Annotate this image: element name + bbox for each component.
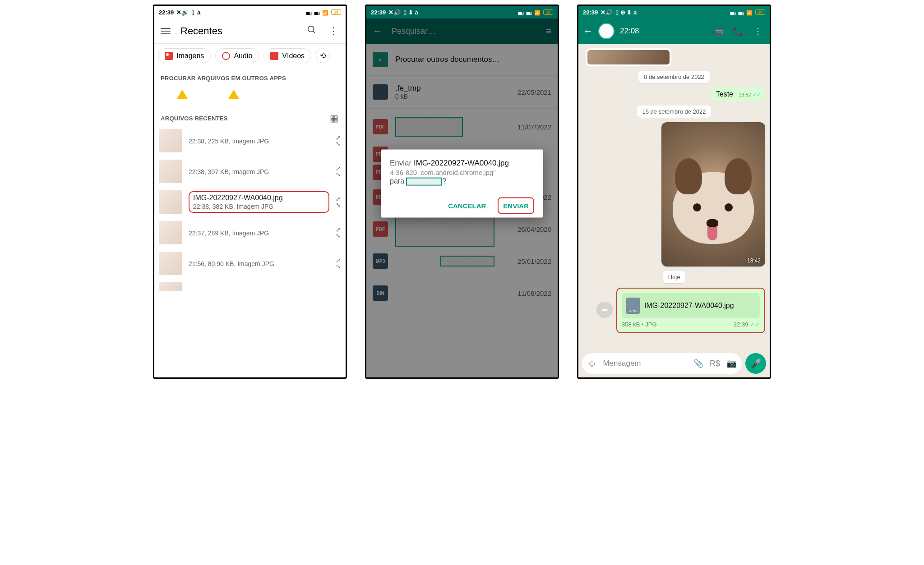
dialog-para: para [390,177,404,185]
status-time: 22:39 [371,9,386,16]
battery-icon: 15 [331,9,341,15]
chat-messages[interactable]: 18:23 8 de setembro de 2022 Teste 13:57✓… [578,44,770,349]
send-confirmation-dialog: Enviar IMG-20220927-WA0040.jpg 4-36-820_… [381,150,543,218]
overflow-menu-icon[interactable]: ⋮ [328,25,339,37]
chip-label: Áudio [234,52,252,60]
outgoing-document-message[interactable]: ➦ JPG IMG-20220927-WA0040.jpg 358 kB • J… [616,288,765,333]
expand-icon[interactable]: ⤢⤡ [336,257,341,269]
file-item[interactable]: 21:56, 80,90 KB, Imagem JPG ⤢⤡ [154,248,346,279]
file-thumbnail [159,252,182,275]
svg-line-1 [313,31,315,33]
incoming-image-message[interactable]: 18:23 [586,48,671,66]
signal-icon [306,9,311,16]
app-icon: ▯ [191,9,194,16]
message-input-bar: ☺ Mensagem 📎 R$ 📷 🎤 [578,349,770,377]
attachment-icon[interactable]: 📎 [693,358,703,368]
signal-icon [518,9,523,16]
file-item[interactable]: 22:37, 289 KB, Imagem JPG ⤢⤡ [154,217,346,248]
jpg-file-icon: JPG [626,298,640,314]
file-meta: 21:56, 80,90 KB, Imagem JPG [189,260,329,267]
search-icon[interactable] [306,25,318,37]
read-ticks-icon: ✓✓ [750,321,760,328]
input-placeholder: Mensagem [603,359,687,368]
image-thumbnail[interactable]: 18:42 [661,122,765,266]
chip-label: Vídeos [282,52,305,60]
chip-label: Imagens [176,52,204,60]
back-arrow-icon[interactable]: ← [583,25,593,37]
chip-images[interactable]: Imagens [158,48,211,63]
date-separator: 15 de setembro de 2022 [637,106,711,118]
video-call-icon[interactable]: 📹 [711,26,725,37]
signal-icon [730,9,735,16]
file-name: IMG-20220927-WA0040.jpg [193,194,325,202]
forward-icon[interactable]: ➦ [596,302,613,318]
wifi-icon [534,9,541,16]
cancel-button[interactable]: CANCELAR [444,198,490,214]
chip-videos[interactable]: Vídeos [263,48,311,63]
message-text: Teste [716,90,733,98]
wifi-icon [746,9,753,16]
dialog-prefix: Enviar [390,159,411,167]
emoji-icon[interactable]: ☺ [587,358,596,369]
contact-avatar[interactable] [598,23,614,39]
file-item[interactable]: 22:38, 225 KB, Imagem JPG ⤢⤡ [154,125,346,156]
file-meta: 22:37, 289 KB, Imagem JPG [189,230,329,237]
chat-app-bar: ← 22:08 📹 📞 ⋮ [578,18,770,44]
page-title: Recentes [180,25,296,37]
read-ticks-icon: ✓✓ [753,92,761,98]
dialog-filename: IMG-20220927-WA0040.jpg [414,159,509,167]
grid-view-toggle-icon[interactable]: ▦ [323,113,346,125]
expand-icon[interactable]: ⤢⤡ [336,165,341,177]
message-input[interactable]: ☺ Mensagem 📎 R$ 📷 [582,353,742,374]
hamburger-menu-icon[interactable] [161,28,171,34]
expand-icon[interactable]: ⤢⤡ [336,196,341,208]
file-item[interactable]: 22:38, 307 KB, Imagem JPG ⤢⤡ [154,156,346,187]
camera-icon[interactable]: 📷 [726,358,736,368]
mute-icon: ✕🔊 [176,9,189,16]
phone-document-picker: 22:39 ✕🔊 ▯ ⬇ a 15 ← Pesquisar… ≡ ≡ Procu… [365,5,559,379]
document-name: IMG-20220927-WA0040.jpg [644,302,734,310]
send-button[interactable]: ENVIAR [498,198,534,214]
voice-call-icon[interactable]: 📞 [731,26,745,37]
file-meta: 22:38, 382 KB, Imagem JPG [193,203,325,210]
battery-icon: 15 [543,9,553,15]
expand-icon[interactable]: ⤢⤡ [336,227,341,239]
voice-message-button[interactable]: 🎤 [745,353,766,374]
recent-files-list[interactable]: 22:38, 225 KB, Imagem JPG ⤢⤡ 22:38, 307 … [154,125,346,377]
expand-icon[interactable]: ⤢⤡ [336,135,341,147]
redacted-recipient [406,178,442,186]
signal-icon-2 [738,9,744,16]
file-item-highlighted[interactable]: IMG-20220927-WA0040.jpg22:38, 382 KB, Im… [154,187,346,217]
message-time: 18:42 [747,257,761,264]
outgoing-text-message[interactable]: Teste 13:57✓✓ [711,87,765,101]
date-separator: 8 de setembro de 2022 [638,71,710,83]
status-time: 22:39 [159,9,174,16]
contact-last-seen[interactable]: 22:08 [620,27,706,36]
chip-audio[interactable]: Áudio [215,48,259,63]
file-meta: 22:38, 225 KB, Imagem JPG [189,138,329,145]
payment-icon[interactable]: R$ [710,359,720,368]
phone-file-picker: 22:39 ✕🔊 ▯ a 15 Recentes ⋮ Imagens Áudio… [153,5,347,379]
mute-icon: ✕🔊 [388,9,401,16]
outgoing-image-message[interactable]: 18:42 ➦ [661,122,765,266]
file-thumbnail [159,129,182,152]
status-bar: 22:39 ✕🔊 ▯ ⊕ ⬇ a 15 [578,6,770,18]
app-shortcuts [154,85,346,112]
app-bar: Recentes ⋮ [154,18,346,44]
chip-more[interactable]: ⟲ [316,48,330,63]
file-item[interactable] [154,279,346,295]
overflow-menu-icon[interactable]: ⋮ [751,26,765,37]
dialog-subtext: 4-36-820_com.android.chrome.jpg" [390,169,534,176]
audio-icon [222,52,230,60]
file-meta: 22:38, 307 KB, Imagem JPG [189,168,329,175]
phone-whatsapp-chat: 22:39 ✕🔊 ▯ ⊕ ⬇ a 15 ← 22:08 📹 📞 ⋮ 18:23 … [577,5,771,379]
message-time: 13:57 [739,92,751,97]
file-thumbnail [159,221,182,244]
google-drive-icon[interactable] [177,90,188,99]
google-drive-icon[interactable] [228,90,239,99]
file-thumbnail [159,190,182,214]
filter-chips: Imagens Áudio Vídeos ⟲ [154,44,346,68]
video-icon [270,52,278,60]
svg-point-0 [308,26,314,32]
file-thumbnail [159,160,182,183]
